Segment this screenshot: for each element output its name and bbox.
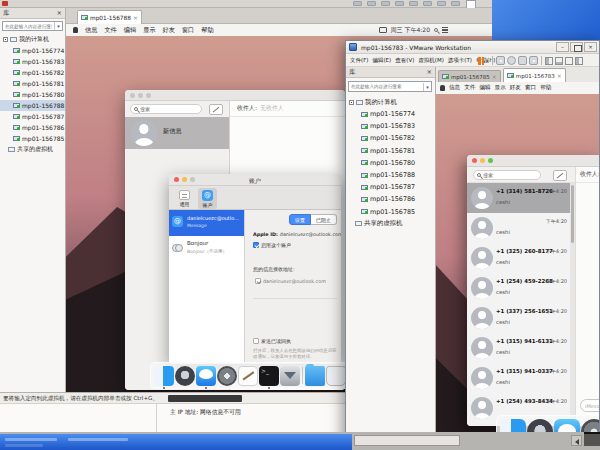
tree-shared-vms[interactable]: 共享的虚拟机 — [346, 218, 435, 230]
compose-button[interactable] — [209, 104, 223, 115]
close-icon[interactable]: × — [57, 9, 62, 17]
tree-root-my-computer[interactable]: 我的计算机 — [346, 96, 435, 108]
library-search-input[interactable] — [349, 84, 423, 89]
close-button[interactable]: × — [584, 42, 597, 52]
macos-menu-item[interactable]: 文件 — [464, 84, 475, 92]
email-checkbox[interactable] — [255, 278, 261, 284]
vm-tree-item[interactable]: mp01-156780 — [346, 157, 435, 169]
messages1-titlebar[interactable] — [125, 90, 345, 101]
maximize-button[interactable] — [570, 42, 583, 52]
conversation-row[interactable]: +1 (315) 941-0337 下午4:20 ceshi — [467, 363, 570, 393]
tab-general[interactable]: 通用 — [175, 188, 194, 209]
to-field[interactable]: 收件人: 无收件人 — [230, 101, 345, 117]
snapshot-manager-icon[interactable] — [529, 56, 538, 65]
conversation-row[interactable]: +1 (254) 459-2268 下午4:20 ceshi — [467, 273, 570, 303]
suspend-dropdown-icon[interactable]: ▾ — [486, 58, 489, 64]
spotlight-icon[interactable] — [434, 28, 438, 32]
to-field[interactable]: 收件人: — [576, 167, 600, 183]
tree-shared-vms[interactable]: 共享的虚拟机 — [0, 144, 65, 155]
vm-tree-item[interactable]: mp01-156781 — [346, 145, 435, 157]
chevron-down-icon[interactable]: ▾ — [423, 83, 431, 91]
conversation-row[interactable]: +1 (337) 256-1651 下午4:20 ceshi — [467, 303, 570, 333]
new-message-row[interactable]: 新信息 — [125, 117, 229, 149]
suspend-button[interactable] — [478, 57, 484, 65]
vm-tree-item[interactable]: mp01-156785 — [346, 206, 435, 218]
menu-item[interactable]: 文件(F) — [350, 57, 368, 64]
minimize-button[interactable]: – — [556, 42, 569, 52]
close-icon[interactable]: × — [427, 68, 432, 76]
taskbar-buttons-area[interactable] — [0, 434, 352, 450]
macos-menu-item[interactable]: 窗口 — [182, 26, 194, 35]
thumbnail-bar-icon[interactable] — [555, 57, 563, 65]
enable-account-checkbox[interactable] — [253, 242, 259, 248]
vm-tree-item[interactable]: mp01-156781 — [0, 78, 65, 89]
minimize-window-icon[interactable] — [480, 158, 485, 163]
vm-tab-active[interactable]: mp01-156788 × — [77, 10, 142, 24]
menu-item[interactable]: 编辑(E) — [372, 57, 391, 64]
menu-item[interactable]: 查看(V) — [395, 57, 414, 64]
vm-tab[interactable]: mp01-156785 × — [438, 70, 501, 82]
folder-icon[interactable] — [305, 366, 325, 386]
messages2-titlebar[interactable] — [467, 155, 600, 167]
menu-item[interactable]: 选项卡(T) — [448, 57, 472, 64]
menu-bar-clock[interactable]: 周三 下午4:20 — [391, 26, 430, 35]
toolbar-icon[interactable] — [353, 1, 362, 6]
finder-icon[interactable] — [154, 366, 174, 386]
vm-tree-item[interactable]: mp01-156774 — [346, 108, 435, 120]
vm-tree-item[interactable]: mp01-156783 — [0, 56, 65, 67]
toolbar-icon[interactable] — [395, 1, 404, 6]
tab-close-icon[interactable]: × — [133, 14, 138, 21]
revert-snapshot-icon[interactable] — [507, 56, 516, 65]
ctrl-alt-del-icon[interactable] — [496, 56, 505, 65]
tab-accounts[interactable]: @ 账户 — [198, 188, 217, 209]
toolbar-icon[interactable] — [409, 1, 418, 6]
system-preferences-icon[interactable] — [217, 366, 237, 386]
task-button[interactable] — [68, 438, 128, 441]
messages1-search-input[interactable] — [140, 106, 198, 112]
task-button[interactable] — [5, 438, 57, 441]
toolbar-icon[interactable] — [437, 1, 446, 6]
messages-icon[interactable] — [196, 366, 216, 386]
vm-tree-item[interactable]: mp01-156787 — [0, 111, 65, 122]
close-window-icon[interactable] — [472, 158, 477, 163]
imessage-input[interactable]: iMessage — [580, 399, 600, 412]
vm-tree-item[interactable]: mp01-156785 — [0, 133, 65, 144]
account-item-imessage[interactable]: @ danielcuezc@outlo… Message — [169, 210, 244, 236]
toolbar-icon[interactable] — [451, 1, 460, 6]
console-view-icon[interactable] — [565, 57, 573, 65]
vm-tree-item[interactable]: mp01-156780 — [0, 89, 65, 100]
zoom-window-icon[interactable] — [146, 93, 151, 98]
tab-close-icon[interactable]: × — [557, 72, 562, 79]
display-icon[interactable] — [379, 27, 387, 33]
tree-root-my-computer[interactable]: 我的计算机 — [0, 34, 65, 45]
toolbar-icon[interactable] — [381, 1, 390, 6]
scroll-left-icon[interactable] — [571, 435, 582, 446]
messages1-search[interactable] — [130, 104, 202, 114]
vmware2-titlebar[interactable]: mp01-156783 - VMware Workstation – × — [346, 41, 599, 54]
macos-menu-item[interactable]: 帮助 — [540, 84, 551, 92]
library-search[interactable]: ▾ — [2, 21, 63, 31]
macos-menu-item[interactable]: 信息 — [85, 26, 97, 35]
macos-menu-item[interactable]: 文件 — [104, 26, 116, 35]
macos-menu-item[interactable]: 帮助 — [201, 26, 213, 35]
apple-menu-icon[interactable] — [440, 85, 445, 91]
collapse-icon[interactable] — [349, 100, 354, 105]
zoom-window-icon[interactable] — [488, 158, 493, 163]
minimize-window-icon[interactable] — [138, 93, 143, 98]
show-library-icon[interactable] — [545, 57, 553, 65]
terminal-icon[interactable] — [259, 366, 279, 386]
menu-item[interactable]: 虚拟机(M) — [418, 57, 444, 64]
macos-menu-item[interactable]: 窗口 — [525, 84, 536, 92]
conversation-row[interactable]: +1 (314) 581-8726 下午4:20 ceshi — [467, 183, 570, 213]
vm-tree-item[interactable]: mp01-156786 — [346, 193, 435, 205]
textedit-icon[interactable] — [238, 366, 258, 386]
fullscreen-icon[interactable] — [575, 57, 583, 65]
vm-tree-item[interactable]: mp01-156786 — [0, 122, 65, 133]
library-search[interactable]: ▾ — [348, 81, 432, 92]
launchpad-icon[interactable] — [175, 366, 195, 386]
collapse-icon[interactable] — [3, 37, 8, 42]
close-window-icon[interactable] — [130, 93, 135, 98]
chevron-down-icon[interactable]: ▾ — [54, 22, 62, 30]
library-search-input[interactable] — [3, 24, 54, 29]
vm-tree-item[interactable]: mp01-156782 — [346, 132, 435, 144]
